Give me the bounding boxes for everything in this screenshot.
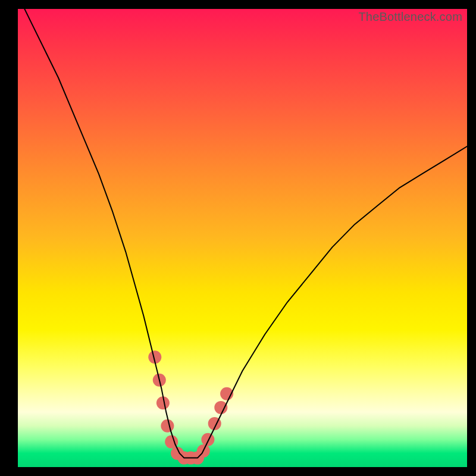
bottleneck-curve (18, 0, 467, 458)
curve-marker (214, 401, 227, 414)
curve-marker (161, 419, 174, 433)
curve-marker (201, 433, 214, 446)
chart-frame: TheBottleneck.com (18, 9, 467, 467)
marker-group (148, 350, 233, 464)
chart-plot (18, 9, 467, 467)
